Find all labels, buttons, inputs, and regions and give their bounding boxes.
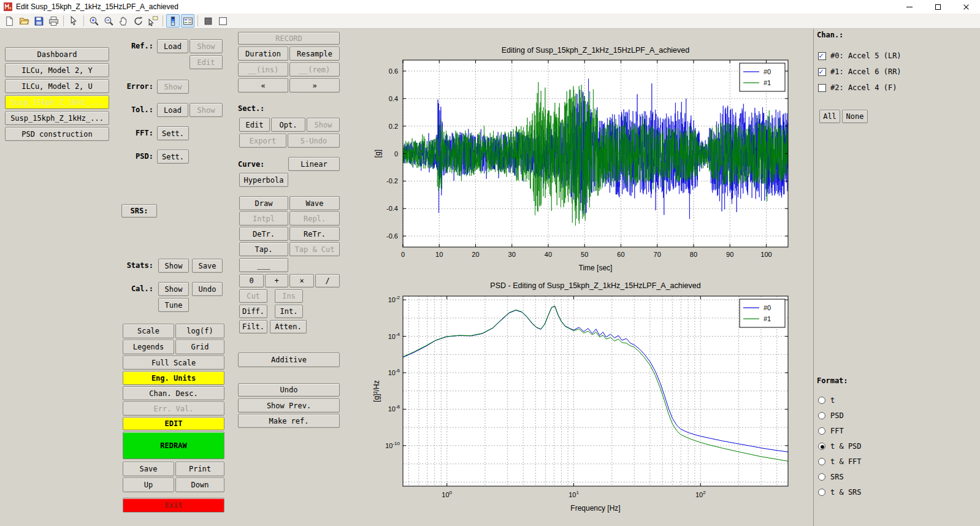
differentiate-button[interactable]: Diff. <box>239 305 267 318</box>
fft-settings-button[interactable]: Sett. <box>157 126 189 140</box>
svg-text:PSD - Editing of Susp_15kph_Z_: PSD - Editing of Susp_15kph_Z_1kHz_15HzL… <box>490 281 700 290</box>
prev-record-button[interactable]: « <box>238 78 288 93</box>
retrend-button[interactable]: ReTr. <box>289 227 340 241</box>
scale-button[interactable]: Scale <box>123 324 174 338</box>
grid-button[interactable]: Grid <box>175 340 224 354</box>
format-radio-t-srs[interactable] <box>818 489 825 496</box>
detrend-button[interactable]: DeTr. <box>239 227 288 241</box>
channels-title: Chan.: <box>817 31 843 39</box>
svg-text:-0.2: -0.2 <box>386 177 398 185</box>
titlebar: Edit Susp_15kph_Z_1kHz_15HzLPF_A_achieve… <box>0 0 980 13</box>
undo-button[interactable]: Undo <box>238 383 340 397</box>
stats-save-button[interactable]: Save <box>192 259 223 273</box>
hold-on-icon[interactable] <box>201 14 215 28</box>
format-radio-t[interactable] <box>818 397 825 404</box>
pan-icon[interactable] <box>117 14 130 28</box>
full-scale-button[interactable]: Full Scale <box>123 356 224 370</box>
maximize-button[interactable] <box>924 0 952 13</box>
format-radio-t-psd[interactable] <box>818 443 825 450</box>
rotate-3d-icon[interactable] <box>131 14 145 28</box>
insert-colorbar-icon[interactable] <box>166 14 180 28</box>
psd-settings-button[interactable]: Sett. <box>157 150 189 164</box>
format-radio-t-fft[interactable] <box>818 458 825 465</box>
tol-load-button[interactable]: Load <box>157 103 188 117</box>
additive-button[interactable]: Additive <box>238 353 340 367</box>
insert-legend-icon[interactable] <box>181 14 194 28</box>
window-title: Edit Susp_15kph_Z_1kHz_15HzLPF_A_achieve… <box>16 2 178 11</box>
add-button[interactable]: + <box>265 274 288 288</box>
channels-all-button[interactable]: All <box>819 110 840 123</box>
eng-units-button[interactable]: Eng. Units <box>123 371 224 385</box>
wave-button[interactable]: Wave <box>289 196 340 210</box>
subplot-icon[interactable] <box>216 14 229 28</box>
up-button[interactable]: Up <box>123 478 174 492</box>
save-figure-icon[interactable] <box>32 14 45 28</box>
open-file-icon[interactable] <box>17 14 31 28</box>
channels-none-button[interactable]: None <box>842 110 868 123</box>
log-f-button[interactable]: log(f) <box>175 324 224 338</box>
ref-load-button[interactable]: Load <box>157 39 188 53</box>
show-prev-button[interactable]: Show Prev. <box>238 398 340 413</box>
cal-tune-button[interactable]: Tune <box>158 298 189 312</box>
print-button[interactable]: Print <box>175 462 224 476</box>
down-button[interactable]: Down <box>175 478 224 492</box>
stats-show-button[interactable]: Show <box>158 259 189 273</box>
sect-edit-button[interactable]: Edit <box>239 118 270 132</box>
multiply-button[interactable]: × <box>289 274 314 288</box>
srs-button[interactable]: SRS: <box>121 204 157 218</box>
channel-label: #1: Accel 6 (RR) <box>830 67 902 76</box>
channel-checkbox-0[interactable] <box>818 52 826 60</box>
make-ref-button[interactable]: Make ref. <box>238 414 340 428</box>
new-figure-icon[interactable] <box>2 14 16 28</box>
next-record-button[interactable]: » <box>289 78 340 93</box>
psd-chart[interactable]: 10010110210-210-410-610-810-10PSD - Edit… <box>368 273 822 524</box>
edit-mode-button[interactable]: EDIT <box>123 417 224 430</box>
channel-checkbox-2[interactable] <box>818 84 826 92</box>
minimize-button[interactable] <box>895 0 924 13</box>
time-history-chart[interactable]: 0102030405060708090100-0.6-0.4-0.200.20.… <box>368 28 822 273</box>
cal-undo-button[interactable]: Undo <box>192 282 223 296</box>
channel-checkbox-1[interactable] <box>818 68 826 76</box>
curve-linear-button[interactable]: Linear <box>288 157 340 171</box>
svg-text:Frequency [Hz]: Frequency [Hz] <box>570 504 620 513</box>
curve-hyperbola-button[interactable]: Hyperbola <box>239 173 288 187</box>
zoom-in-icon[interactable] <box>87 14 101 28</box>
print-figure-icon[interactable] <box>47 14 60 28</box>
attenuate-button[interactable]: Atten. <box>270 320 307 334</box>
svg-text:Time [sec]: Time [sec] <box>579 264 613 272</box>
err-val-button: Err. Val. <box>123 402 224 416</box>
channel-list: #0: Accel 5 (LR)#1: Accel 6 (RR)#2: Acce… <box>818 48 902 96</box>
draw-button[interactable]: Draw <box>239 196 288 210</box>
resample-button[interactable]: Resample <box>289 47 340 61</box>
divide-button[interactable]: / <box>315 274 340 288</box>
blank-line-button[interactable]: ___ <box>239 258 288 272</box>
exit-button[interactable]: Exit <box>123 498 224 513</box>
filter-button[interactable]: Filt. <box>239 320 267 334</box>
svg-text:[g]²/Hz: [g]²/Hz <box>372 380 381 402</box>
cal-show-button[interactable]: Show <box>158 282 189 296</box>
save-button[interactable]: Save <box>123 462 174 476</box>
zoom-out-icon[interactable] <box>102 14 115 28</box>
fft-label: FFT: <box>86 129 153 137</box>
integrate-button[interactable]: Int. <box>275 305 303 318</box>
chan-desc-button[interactable]: Chan. Desc. <box>123 386 224 400</box>
sect-opt-button[interactable]: Opt. <box>271 118 305 132</box>
duration-button[interactable]: Duration <box>238 47 288 61</box>
channel-row: #2: Accel 4 (F) <box>818 80 902 96</box>
format-radio-fft[interactable] <box>818 427 825 435</box>
replace-button: Repl. <box>289 212 340 226</box>
redraw-button[interactable]: REDRAW <box>123 432 224 459</box>
svg-text:60: 60 <box>617 251 624 258</box>
sidebar-item-2[interactable]: ILCu, Model 2, Y <box>5 63 109 77</box>
format-option-row: FFT <box>818 423 862 438</box>
format-radio-psd[interactable] <box>818 412 825 419</box>
taper-button[interactable]: Tap. <box>239 242 288 256</box>
zero-button[interactable]: 0 <box>239 274 264 288</box>
pointer-icon[interactable] <box>67 14 80 28</box>
legends-button[interactable]: Legends <box>123 340 174 354</box>
ref-show-button: Show <box>189 39 223 53</box>
svg-text:0.6: 0.6 <box>389 67 398 75</box>
close-button[interactable] <box>952 0 980 13</box>
data-cursor-icon[interactable] <box>146 14 159 28</box>
format-radio-srs[interactable] <box>818 473 825 481</box>
